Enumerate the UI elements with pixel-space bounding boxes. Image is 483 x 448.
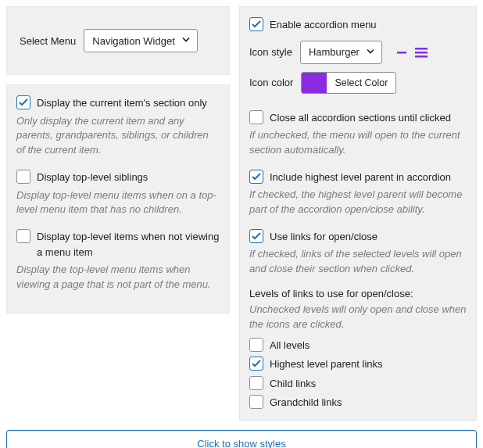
enable-accordion-label[interactable]: Enable accordion menu <box>270 16 377 33</box>
use-links-label[interactable]: Use links for open/close <box>270 228 377 245</box>
level-all-checkbox[interactable] <box>249 338 263 352</box>
display-options-panel: Display the current item's section only … <box>6 84 230 314</box>
close-all-help: If unchecked, the menu will open to the … <box>249 128 467 158</box>
select-color-text: Select Color <box>327 77 395 88</box>
display-top-items-help: Display the top-level menu items when vi… <box>16 263 220 292</box>
icon-style-preview <box>396 47 428 58</box>
include-parent-help: If checked, the highest level parent wil… <box>249 188 467 217</box>
enable-accordion-checkbox[interactable] <box>249 17 263 31</box>
display-top-siblings-help: Display top-level menu items when on a t… <box>16 188 220 218</box>
svg-rect-3 <box>415 56 428 58</box>
icon-style-dropdown[interactable]: Hamburger <box>300 41 382 64</box>
accordion-options-panel: Enable accordion menu Icon style Hamburg… <box>239 6 477 421</box>
close-all-checkbox[interactable] <box>249 110 263 124</box>
display-section-only-help: Only display the current item and any pa… <box>16 114 220 159</box>
show-styles-button[interactable]: Click to show styles <box>6 430 477 448</box>
hamburger-icon <box>415 47 428 58</box>
level-all-label[interactable]: All levels <box>270 337 309 353</box>
level-grandchild-label[interactable]: Grandchild links <box>270 394 342 410</box>
chevron-down-icon <box>181 35 191 47</box>
include-parent-checkbox[interactable] <box>249 170 263 184</box>
minus-icon <box>396 47 407 58</box>
level-grandchild-checkbox[interactable] <box>249 395 263 409</box>
use-links-checkbox[interactable] <box>249 229 263 243</box>
use-links-help: If checked, links of the selected levels… <box>249 247 467 277</box>
icon-color-label: Icon color <box>249 77 293 88</box>
display-section-only-checkbox[interactable] <box>16 95 30 109</box>
level-highest-checkbox[interactable] <box>249 357 263 371</box>
select-menu-value: Navigation Widget <box>92 35 175 47</box>
display-top-siblings-checkbox[interactable] <box>16 170 30 184</box>
chevron-down-icon <box>366 46 375 58</box>
display-section-only-label[interactable]: Display the current item's section only <box>37 95 207 111</box>
icon-style-label: Icon style <box>249 46 292 58</box>
display-top-siblings-label[interactable]: Display top-level siblings <box>37 169 148 185</box>
level-child-label[interactable]: Child links <box>270 375 316 392</box>
close-all-label[interactable]: Close all accordion sections until click… <box>270 109 451 126</box>
svg-rect-1 <box>415 48 428 50</box>
svg-rect-0 <box>397 52 406 54</box>
display-top-items-checkbox[interactable] <box>16 229 30 243</box>
select-menu-dropdown[interactable]: Navigation Widget <box>84 29 198 52</box>
levels-help: Unchecked levels will only open and clos… <box>249 303 467 332</box>
display-top-items-label[interactable]: Display top-level items when not viewing… <box>37 228 220 260</box>
select-menu-label: Select Menu <box>20 35 76 47</box>
include-parent-label[interactable]: Include highest level parent in accordio… <box>270 169 451 185</box>
level-highest-label[interactable]: Highest level parent links <box>270 356 383 372</box>
levels-title: Levels of links to use for open/close: <box>249 288 467 299</box>
show-styles-label: Click to show styles <box>197 438 285 448</box>
select-color-button[interactable]: Select Color <box>301 72 396 94</box>
icon-style-value: Hamburger <box>309 46 360 58</box>
level-child-checkbox[interactable] <box>249 376 263 390</box>
color-swatch <box>302 73 327 93</box>
svg-rect-2 <box>415 52 428 54</box>
